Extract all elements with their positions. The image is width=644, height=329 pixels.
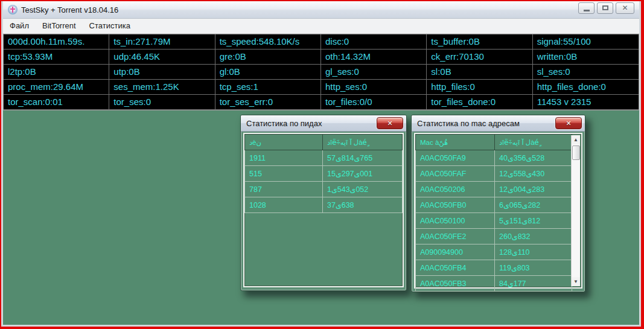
peers-table: دèن دîëَ÷هيî آ لàéٍ 1911 57ى814ى765 515 … [244, 134, 403, 213]
mac-table: Mac àنًهٌ دîëَ÷هيî آ لàéٍ A0AC050FA9 40ى… [415, 134, 572, 292]
stat-tor-files-done: tor_files_done:0 [427, 95, 532, 110]
peer-id: 1028 [245, 197, 323, 213]
stat-gre: gre:0B [215, 50, 321, 65]
mac-window-titlebar[interactable]: Статистика по mac адресам ✕ [412, 115, 585, 132]
peers-window-title: Статистика по пидах [241, 119, 322, 128]
table-row[interactable]: A0AC050FE2 260ى832 [416, 229, 572, 244]
stat-signal: signal:55/100 [533, 34, 639, 50]
stat-tor-ses-err: tor_ses_err:0 [215, 95, 321, 110]
stat-version: 11453 v 2315 [533, 95, 639, 110]
stat-tcp-ses: tcp_ses:1 [215, 80, 321, 95]
mac-address: A0AC050FB0 [416, 197, 495, 213]
window-title: TestSky + Torrent v18.04.16 [21, 5, 118, 14]
table-header-row: دèن دîëَ÷هيî آ لàéٍ [245, 135, 403, 150]
stat-gl-ses: gl_ses:0 [321, 65, 427, 80]
mac-bytes: 40ى356ى528 [495, 150, 572, 166]
mac-address: A090094900 [416, 244, 495, 260]
maximize-button[interactable] [597, 2, 613, 14]
mac-address: A0AC050FB3 [416, 276, 495, 292]
app-icon [8, 5, 18, 14]
table-row[interactable]: 1911 57ى814ى765 [245, 150, 403, 166]
table-row[interactable]: A0AC050206 12ى004ى283 [416, 182, 572, 197]
mac-col-header-received[interactable]: دîëَ÷هيî آ لàéٍ [495, 135, 572, 150]
close-icon: ✕ [387, 120, 392, 127]
mac-bytes: 12ى004ى283 [495, 182, 572, 197]
table-row[interactable]: A0AC050FAF 12ى558ى430 [416, 166, 572, 182]
screenshot-root: TestSky + Torrent v18.04.16 ✕ Файл BitTo… [0, 0, 644, 329]
peers-col-header-received[interactable]: دîëَ÷هيî آ لàéٍ [323, 135, 403, 150]
stat-sl-ses: sl_ses:0 [533, 65, 639, 80]
stat-written: written:0B [533, 50, 639, 65]
stat-udp: udp:46.45K [109, 50, 215, 65]
stat-http-ses: http_ses:0 [321, 80, 427, 95]
stat-tor-ses: tor_ses:0 [109, 95, 215, 110]
table-row[interactable]: 515 15ى297ى001 [245, 166, 403, 182]
table-row[interactable]: A0AC050100 5ى151ى812 [416, 213, 572, 229]
table-row[interactable]: A0AC050FB4 119ى803 [416, 260, 572, 276]
mac-window-close-button[interactable]: ✕ [555, 117, 582, 129]
peers-table-panel: دèن دîëَ÷هيî آ لàéٍ 1911 57ى814ى765 515 … [243, 133, 404, 287]
stat-tor-scan: tor_scan:0:01 [4, 95, 109, 110]
mac-bytes: 6ى065ى282 [495, 197, 572, 213]
stat-tor-files: tor_files:0/0 [321, 95, 427, 110]
peer-bytes: 1ى543ى052 [323, 182, 403, 197]
stat-disc: disc:0 [321, 34, 427, 50]
mac-bytes: 260ى832 [495, 229, 572, 244]
stat-http-files: http_files:0 [427, 80, 532, 95]
vertical-scrollbar[interactable]: ▲ ▼ [571, 135, 580, 286]
minimize-button[interactable] [578, 2, 595, 14]
peer-id: 787 [245, 182, 323, 197]
peer-id: 515 [245, 166, 323, 182]
table-row[interactable]: 1028 37ى638 [245, 197, 403, 213]
stat-l2tp: l2tp:0B [4, 65, 109, 80]
stat-sl: sl:0B [427, 65, 532, 80]
stat-ts-speed: ts_speed:548.10K/s [215, 34, 321, 50]
mac-bytes: 119ى803 [495, 260, 572, 276]
peers-window-titlebar[interactable]: Статистика по пидах ✕ [241, 115, 406, 132]
table-row[interactable]: A090094900 128ى110 [416, 244, 572, 260]
table-row[interactable]: A0AC050FB0 6ى065ى282 [416, 197, 572, 213]
mac-bytes: 12ى558ى430 [495, 166, 572, 182]
mac-stats-window: Статистика по mac адресам ✕ Mac àنًهٌ دî… [411, 115, 585, 292]
peers-window-close-button[interactable]: ✕ [377, 117, 403, 129]
stat-gl: gl:0B [215, 65, 321, 80]
mac-col-header-address[interactable]: Mac àنًهٌ [416, 135, 495, 150]
table-row[interactable]: A0AC050FA9 40ى356ى528 [416, 150, 572, 166]
scroll-up-icon[interactable]: ▲ [572, 135, 580, 144]
menu-bittorrent[interactable]: BitTorrent [36, 19, 83, 33]
mac-bytes: 84ى177 [495, 276, 572, 292]
table-row[interactable]: 787 1ى543ى052 [245, 182, 403, 197]
stat-uptime: 000d.00h.11m.59s. [4, 34, 109, 50]
peer-bytes: 37ى638 [323, 197, 403, 213]
stat-ck-err: ck_err:70130 [427, 50, 532, 65]
stat-utp: utp:0B [109, 65, 215, 80]
close-button[interactable]: ✕ [616, 2, 634, 14]
peers-col-header-id[interactable]: دèن [245, 135, 323, 150]
mac-address: A0AC050FAF [416, 166, 495, 182]
peer-bytes: 15ى297ى001 [323, 166, 403, 182]
table-header-row: Mac àنًهٌ دîëَ÷هيî آ لàéٍ [416, 135, 572, 150]
main-titlebar[interactable]: TestSky + Torrent v18.04.16 ✕ [3, 1, 639, 19]
menu-file[interactable]: Файл [3, 19, 36, 33]
mac-address: A0AC050FB4 [416, 260, 495, 276]
table-row[interactable]: A0AC050FB3 84ى177 [416, 276, 572, 292]
menu-statistics[interactable]: Статистика [83, 19, 137, 33]
window-controls: ✕ [578, 2, 634, 14]
stats-grid: 000d.00h.11m.59s. ts_in:271.79M ts_speed… [3, 34, 639, 110]
stat-ts-in: ts_in:271.79M [109, 34, 215, 50]
stat-tcp: tcp:53.93M [4, 50, 109, 65]
scrollbar-thumb[interactable] [572, 145, 580, 160]
peer-bytes: 57ى814ى765 [323, 150, 403, 166]
stat-proc-mem: proc_mem:29.64M [4, 80, 109, 95]
mac-bytes: 5ى151ى812 [495, 213, 572, 229]
peers-stats-window: Статистика по пидах ✕ دèن دîëَ÷هيî آ لàé… [240, 115, 407, 291]
stat-ts-buffer: ts_buffer:0B [427, 34, 532, 50]
stat-oth: oth:14.32M [321, 50, 427, 65]
scroll-down-icon[interactable]: ▼ [572, 277, 580, 286]
mac-address: A0AC050FE2 [416, 229, 495, 244]
mac-table-panel: Mac àنًهٌ دîëَ÷هيî آ لàéٍ A0AC050FA9 40ى… [414, 133, 582, 289]
mac-address: A0AC050FA9 [416, 150, 495, 166]
peer-id: 1911 [245, 150, 323, 166]
mac-address: A0AC050100 [416, 213, 495, 229]
menubar: Файл BitTorrent Статистика [3, 19, 639, 34]
